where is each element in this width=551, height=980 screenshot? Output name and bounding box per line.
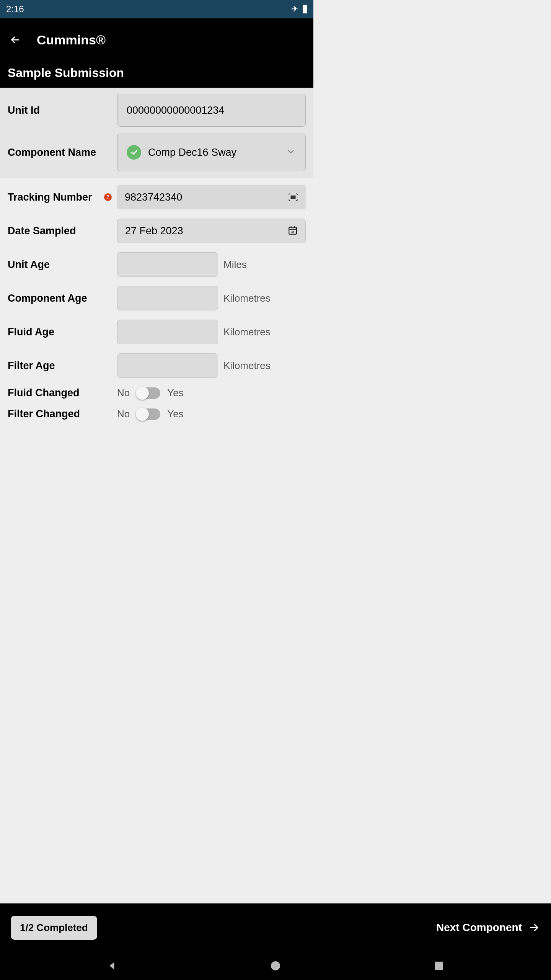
unit-age-input[interactable] — [117, 252, 218, 277]
app-title: Cummins® — [37, 33, 106, 47]
unit-age-label: Unit Age — [8, 259, 117, 271]
filter-age-unit: Kilometres — [223, 360, 271, 372]
fluid-age-label: Fluid Age — [8, 326, 117, 338]
help-icon[interactable]: ? — [104, 193, 112, 201]
back-button[interactable] — [6, 31, 24, 49]
fluid-age-input[interactable] — [117, 320, 218, 344]
date-sampled-value: 27 Feb 2023 — [125, 225, 288, 237]
calendar-icon: 31 — [288, 225, 298, 237]
component-age-unit: Kilometres — [223, 292, 271, 304]
form-area: Unit Id Component Name Comp Dec16 Sway — [0, 88, 313, 436]
filter-age-label: Filter Age — [8, 360, 117, 372]
fluid-changed-label: Fluid Changed — [8, 387, 117, 399]
component-name-dropdown[interactable]: Comp Dec16 Sway — [117, 134, 306, 171]
filter-age-input[interactable] — [117, 353, 218, 378]
filter-changed-toggle[interactable] — [137, 408, 160, 420]
status-icons: ✈ — [291, 4, 307, 14]
component-age-label: Component Age — [8, 292, 117, 304]
airplane-mode-icon: ✈ — [291, 4, 298, 14]
chevron-down-icon — [285, 146, 296, 158]
fluid-changed-toggle[interactable] — [137, 387, 160, 399]
fluid-changed-no: No — [117, 387, 130, 399]
filter-changed-no: No — [117, 408, 130, 420]
svg-text:31: 31 — [291, 230, 295, 234]
component-age-input[interactable] — [117, 286, 218, 310]
component-name-value: Comp Dec16 Sway — [148, 147, 285, 158]
date-sampled-label: Date Sampled — [8, 225, 117, 237]
unit-id-input[interactable] — [117, 94, 306, 127]
barcode-scan-icon[interactable] — [288, 193, 298, 201]
component-name-label: Component Name — [8, 147, 117, 158]
fluid-changed-yes: Yes — [167, 387, 183, 399]
tracking-number-input[interactable] — [125, 191, 288, 203]
date-sampled-input[interactable]: 27 Feb 2023 31 — [117, 219, 306, 243]
check-icon — [127, 145, 141, 160]
tracking-number-label: Tracking Number ? — [8, 191, 117, 203]
status-time: 2:16 — [6, 4, 24, 15]
unit-age-unit: Miles — [223, 259, 247, 271]
section-header: Sample Submission — [0, 61, 313, 88]
battery-icon — [303, 5, 307, 13]
tracking-number-field — [117, 185, 306, 209]
filter-changed-yes: Yes — [167, 408, 183, 420]
unit-id-label: Unit Id — [8, 105, 117, 116]
app-header: Cummins® — [0, 18, 313, 61]
filter-changed-label: Filter Changed — [8, 408, 117, 420]
svg-rect-0 — [291, 196, 296, 199]
fluid-age-unit: Kilometres — [223, 326, 271, 338]
status-bar: 2:16 ✈ — [0, 0, 313, 18]
section-title: Sample Submission — [8, 66, 306, 80]
